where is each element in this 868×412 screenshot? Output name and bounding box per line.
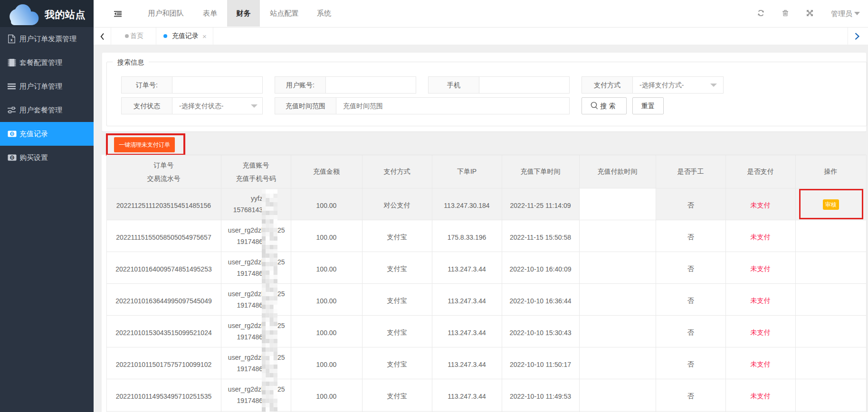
svg-text:x: x	[10, 37, 13, 42]
svg-text:0: 0	[11, 155, 13, 160]
svg-text:0: 0	[11, 131, 13, 136]
